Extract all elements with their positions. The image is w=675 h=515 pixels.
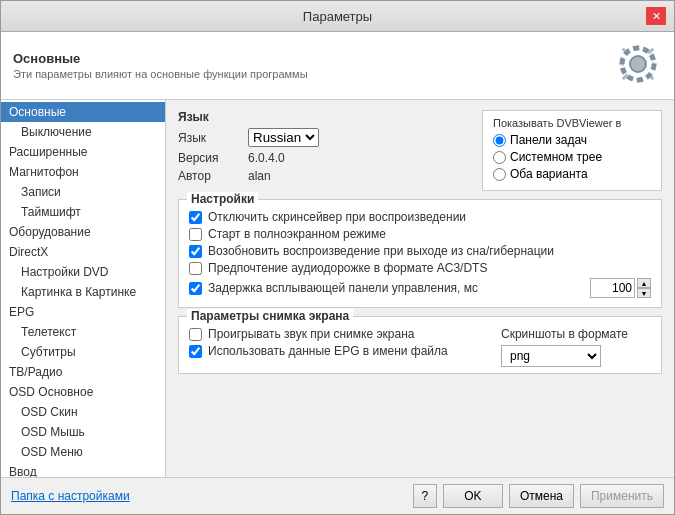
page-title: Основные	[13, 51, 308, 66]
delay-input[interactable]	[590, 278, 635, 298]
settings-group: Настройки Отключить скринсейвер при восп…	[178, 199, 662, 308]
close-button[interactable]: ✕	[646, 7, 666, 25]
checkbox-screensaver[interactable]: Отключить скринсейвер при воспроизведени…	[189, 210, 651, 224]
lang-section-label: Язык	[178, 110, 462, 124]
author-row: Автор alan	[178, 169, 462, 183]
ok-button[interactable]: OK	[443, 484, 503, 508]
screenshot-group: Параметры снимка экрана Проигрывать звук…	[178, 316, 662, 374]
radio-both-label: Оба варианта	[510, 167, 588, 181]
checkbox-audio-label: Предпочтение аудиодорожке в формате AC3/…	[208, 261, 487, 275]
sidebar-item-pip[interactable]: Картинка в Картинке	[1, 282, 165, 302]
svg-point-0	[630, 56, 646, 72]
format-label: Скриншоты в формате	[501, 327, 651, 341]
sidebar: Основные Выключение Расширенные Магнитоф…	[1, 100, 166, 477]
radio-taskbar[interactable]: Панели задач	[493, 133, 651, 147]
spin-buttons: ▲ ▼	[637, 278, 651, 298]
sidebar-item-osd-skin[interactable]: OSD Скин	[1, 402, 165, 422]
sidebar-item-osd-mouse[interactable]: OSD Мышь	[1, 422, 165, 442]
checkbox-delay-row: Задержка всплывающей панели управления, …	[189, 278, 651, 298]
sidebar-item-directx[interactable]: DirectX	[1, 242, 165, 262]
lang-left: Язык Язык Russian English Версия 6.0.4.0…	[178, 110, 462, 191]
sidebar-item-magnit[interactable]: Магнитофон	[1, 162, 165, 182]
lang-select[interactable]: Russian English	[248, 128, 319, 147]
screenshot-group-title: Параметры снимка экрана	[187, 309, 353, 323]
settings-folder-link[interactable]: Папка с настройками	[11, 489, 130, 503]
checkbox-resume-label: Возобновить воспроизведение при выходе и…	[208, 244, 554, 258]
version-value: 6.0.4.0	[248, 151, 285, 165]
sidebar-item-osd-osnov[interactable]: OSD Основное	[1, 382, 165, 402]
lang-section: Язык Язык Russian English Версия 6.0.4.0…	[178, 110, 662, 191]
checkbox-epg[interactable]: Использовать данные EPG в имени файла	[189, 344, 491, 358]
apply-button[interactable]: Применить	[580, 484, 664, 508]
screenshot-content: Проигрывать звук при снимке экрана Испол…	[189, 327, 651, 367]
screenshot-left: Проигрывать звук при снимке экрана Испол…	[189, 327, 491, 367]
sidebar-item-vykluch[interactable]: Выключение	[1, 122, 165, 142]
radio-both[interactable]: Оба варианта	[493, 167, 651, 181]
lang-row: Язык Russian English	[178, 128, 462, 147]
checkbox-delay[interactable]: Задержка всплывающей панели управления, …	[189, 281, 478, 295]
checkbox-delay-label: Задержка всплывающей панели управления, …	[208, 281, 478, 295]
sidebar-item-vvod[interactable]: Ввод	[1, 462, 165, 477]
sidebar-item-oborud[interactable]: Оборудование	[1, 222, 165, 242]
format-select[interactable]: png jpg bmp	[501, 345, 601, 367]
dvb-radio-group: Показывать DVBViewer в Панели задач Сист…	[482, 110, 662, 191]
window: Параметры ✕ Основные Эти параметры влияю…	[0, 0, 675, 515]
sidebar-item-epg[interactable]: EPG	[1, 302, 165, 322]
gear-icon	[614, 40, 662, 91]
author-value: alan	[248, 169, 271, 183]
checkbox-sound[interactable]: Проигрывать звук при снимке экрана	[189, 327, 491, 341]
footer-buttons: ? OK Отмена Применить	[413, 484, 664, 508]
version-label: Версия	[178, 151, 248, 165]
dvb-group-title: Показывать DVBViewer в	[493, 117, 651, 129]
title-bar: Параметры ✕	[1, 1, 674, 32]
cancel-button[interactable]: Отмена	[509, 484, 574, 508]
sidebar-item-osd-menu[interactable]: OSD Меню	[1, 442, 165, 462]
sidebar-item-tv-radio[interactable]: ТВ/Радио	[1, 362, 165, 382]
delay-input-wrapper: ▲ ▼	[590, 278, 651, 298]
radio-systray-label: Системном трее	[510, 150, 602, 164]
author-label: Автор	[178, 169, 248, 183]
radio-systray[interactable]: Системном трее	[493, 150, 651, 164]
checkbox-resume[interactable]: Возобновить воспроизведение при выходе и…	[189, 244, 651, 258]
version-row: Версия 6.0.4.0	[178, 151, 462, 165]
lang-label: Язык	[178, 131, 248, 145]
checkbox-fullscreen-label: Старт в полноэкранном режиме	[208, 227, 386, 241]
main-panel: Язык Язык Russian English Версия 6.0.4.0…	[166, 100, 674, 477]
footer: Папка с настройками ? OK Отмена Применит…	[1, 477, 674, 514]
sidebar-item-osnov[interactable]: Основные	[1, 102, 165, 122]
content-area: Основные Выключение Расширенные Магнитоф…	[1, 100, 674, 477]
footer-left: Папка с настройками	[11, 489, 130, 503]
dvb-viewer-group: Показывать DVBViewer в Панели задач Сист…	[482, 110, 662, 191]
format-row: png jpg bmp	[501, 345, 651, 367]
page-subtitle: Эти параметры влияют на основные функции…	[13, 68, 308, 80]
sidebar-item-zapisi[interactable]: Записи	[1, 182, 165, 202]
header-section: Основные Эти параметры влияют на основны…	[1, 32, 674, 100]
screenshot-right: Скриншоты в формате png jpg bmp	[501, 327, 651, 367]
checkbox-fullscreen[interactable]: Старт в полноэкранном режиме	[189, 227, 651, 241]
window-title: Параметры	[29, 9, 646, 24]
sidebar-item-rasshir[interactable]: Расширенные	[1, 142, 165, 162]
checkbox-epg-label: Использовать данные EPG в имени файла	[208, 344, 448, 358]
help-button[interactable]: ?	[413, 484, 437, 508]
radio-taskbar-label: Панели задач	[510, 133, 587, 147]
sidebar-item-teletext[interactable]: Телетекст	[1, 322, 165, 342]
sidebar-item-dvd[interactable]: Настройки DVD	[1, 262, 165, 282]
checkbox-sound-label: Проигрывать звук при снимке экрана	[208, 327, 414, 341]
sidebar-item-subtitry[interactable]: Субтитры	[1, 342, 165, 362]
checkbox-audio[interactable]: Предпочтение аудиодорожке в формате AC3/…	[189, 261, 651, 275]
sidebar-item-taymsift[interactable]: Таймшифт	[1, 202, 165, 222]
spin-down-button[interactable]: ▼	[637, 288, 651, 298]
checkbox-screensaver-label: Отключить скринсейвер при воспроизведени…	[208, 210, 466, 224]
settings-group-title: Настройки	[187, 192, 258, 206]
spin-up-button[interactable]: ▲	[637, 278, 651, 288]
